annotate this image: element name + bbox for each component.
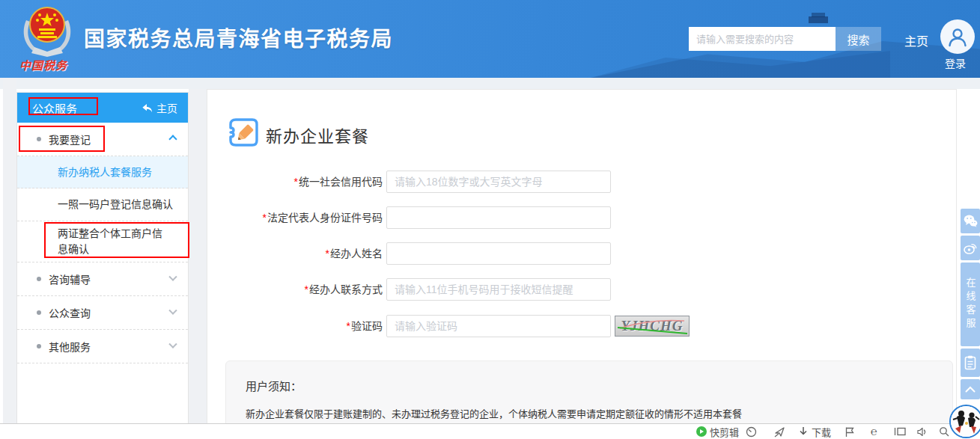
legal-rep-id-input[interactable] (386, 206, 611, 229)
greatwall-tower (812, 13, 825, 17)
required-mark: * (347, 320, 350, 332)
tax-emblem-logo (19, 4, 75, 58)
quick-clip-label: 快剪辑 (710, 425, 739, 439)
agent-name-input[interactable] (386, 242, 611, 265)
chevron-down-icon (168, 340, 177, 349)
login-link[interactable]: 登录 (945, 55, 966, 70)
rocket-icon (774, 426, 786, 438)
download-label: 下载 (812, 425, 831, 439)
sidebar-home-link[interactable]: 主页 (141, 100, 177, 115)
field-label: *统一社会信用代码 (207, 171, 383, 193)
user-notice-panel: 用户须知： 新办企业套餐仅限于建账建制的、未办理过税务登记的企业，个体纳税人需要… (225, 360, 953, 425)
required-mark: * (326, 248, 329, 260)
user-avatar[interactable] (940, 19, 975, 54)
speaker-icon (916, 427, 928, 437)
self-service-form-button[interactable] (961, 349, 980, 377)
field-label: *法定代表人身份证件号码 (207, 206, 383, 229)
boost-button[interactable] (774, 426, 786, 438)
browser-toolbar: 快剪辑 下载 ℮ (0, 423, 980, 439)
sidebar-item-label: 其他服务 (49, 339, 91, 354)
edit-form-icon (225, 117, 260, 148)
ie-compat-button[interactable]: ℮ (871, 426, 877, 438)
sidebar-subitem-label: 新办纳税人套餐服务 (58, 165, 152, 180)
site-header: 中国税务 国家税务总局青海省电子税务局 搜索 主页 登录 (0, 0, 980, 78)
dancing-figures-image (951, 406, 980, 437)
sidebar: 公众服务 主页 我要登记 新办纳税人套餐服务 一照一码户登记信息确认 两证整合个… (16, 92, 189, 425)
download-button[interactable]: 下载 (798, 426, 831, 438)
flag-icon (844, 426, 855, 438)
bullet-icon (37, 137, 41, 141)
captcha-image[interactable]: YJHCHG (615, 316, 690, 337)
required-mark: * (305, 283, 308, 295)
bullet-icon (37, 344, 41, 349)
required-mark: * (294, 176, 298, 188)
flag-report-button[interactable] (844, 426, 855, 438)
window-mode-button[interactable] (894, 426, 906, 438)
field-label: *经办人姓名 (207, 242, 383, 265)
weibo-icon (964, 242, 977, 254)
captcha-noise-lines (615, 316, 690, 337)
zoom-button[interactable] (939, 426, 949, 438)
field-label: *经办人联系方式 (207, 278, 383, 301)
header-search-button[interactable]: 搜索 (836, 27, 881, 51)
header-home-link[interactable]: 主页 (904, 31, 928, 49)
sidebar-item-label: 咨询辅导 (49, 271, 91, 286)
wechat-icon (964, 215, 978, 227)
page-background-band (0, 78, 980, 89)
speed-test-button[interactable] (746, 426, 757, 438)
captcha-input[interactable] (386, 315, 611, 337)
ie-icon: ℮ (871, 426, 877, 438)
bullet-icon (37, 277, 41, 281)
sidebar-item-label: 公众查询 (49, 305, 91, 320)
weibo-share-button[interactable] (961, 236, 980, 260)
sidebar-header: 公众服务 主页 (17, 93, 188, 123)
notice-line-1: 新办企业套餐仅限于建账建制的、未办理过税务登记的企业，个体纳税人需要申请定期定额… (246, 406, 933, 420)
sidebar-item-other-services[interactable]: 其他服务 (17, 330, 188, 363)
sidebar-item-register[interactable]: 我要登记 (17, 123, 188, 156)
chevron-up-icon (168, 135, 177, 143)
online-customer-service-button[interactable]: 在线客服 (961, 263, 980, 346)
page-gutter-middle (189, 89, 207, 425)
header-search-input[interactable] (689, 27, 836, 51)
sidebar-item-label: 我要登记 (49, 132, 91, 147)
mute-button[interactable] (916, 426, 928, 438)
sidebar-item-public-query[interactable]: 公众查询 (17, 296, 188, 330)
sidebar-subitem-label: 一照一码户登记信息确认 (58, 197, 173, 212)
wechat-share-button[interactable] (961, 209, 980, 233)
bullet-icon (37, 310, 41, 315)
sidebar-subitem-two-cert-confirm[interactable]: 两证整合个体工商户信息确认 (17, 221, 188, 263)
sidebar-title: 公众服务 (32, 100, 77, 116)
agent-phone-input[interactable] (386, 278, 611, 301)
promo-float-badge[interactable] (949, 405, 980, 438)
window-icon (894, 427, 906, 436)
clipboard-icon (964, 355, 976, 370)
main-content: 新办企业套餐 *统一社会信用代码 *法定代表人身份证件号码 *经办人姓名 *经办… (207, 89, 957, 425)
download-arrow-icon (798, 426, 809, 437)
field-label: *验证码 (207, 315, 383, 337)
greatwall-tower (809, 16, 828, 23)
chevron-down-icon (168, 273, 177, 281)
sidebar-item-consult[interactable]: 咨询辅导 (17, 263, 188, 296)
person-icon (946, 25, 969, 48)
credit-code-input[interactable] (386, 171, 611, 193)
quick-clip-button[interactable]: 快剪辑 (696, 426, 739, 438)
sidebar-subitem-new-taxpayer-package[interactable]: 新办纳税人套餐服务 (17, 156, 188, 188)
back-to-top-button[interactable] (961, 379, 980, 399)
gauge-icon (746, 426, 757, 438)
sidebar-home-label: 主页 (156, 100, 177, 115)
magnifier-icon (939, 426, 949, 437)
chevron-down-icon (168, 307, 177, 315)
chevron-up-icon (965, 386, 976, 393)
logo-caption: 中国税务 (19, 57, 82, 73)
page-gutter-left (3, 78, 16, 425)
sidebar-subitem-label: 两证整合个体工商户信息确认 (58, 226, 167, 257)
quick-clip-icon (696, 426, 707, 437)
sidebar-subitem-one-license-confirm[interactable]: 一照一码户登记信息确认 (17, 188, 188, 221)
required-mark: * (263, 212, 267, 224)
page-title: 新办企业套餐 (266, 123, 369, 147)
site-title: 国家税务总局青海省电子税务局 (84, 22, 393, 52)
notice-title: 用户须知： (246, 378, 933, 393)
back-arrow-icon (141, 102, 153, 114)
